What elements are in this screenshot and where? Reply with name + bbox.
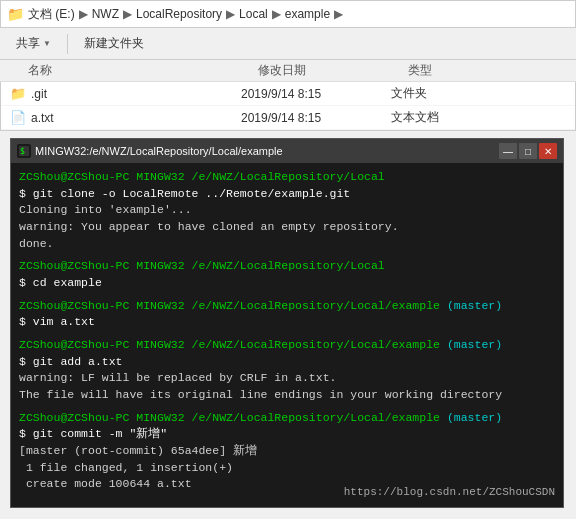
folder-icon: 📁 [9,86,27,102]
terminal-output-2: warning: You appear to have cloned an em… [19,219,555,236]
terminal-command-1: $ git clone -o LocalRemote ../Remote/exa… [19,186,555,203]
terminal-command-4: $ git add a.txt [19,354,555,371]
column-type: 类型 [408,62,508,79]
terminal-title-text: MINGW32:/e/NWZ/LocalRepository/Local/exa… [35,145,283,157]
new-folder-label: 新建文件夹 [84,35,144,52]
terminal-output-4: warning: LF will be replaced by CRLF in … [19,370,555,387]
address-bar: 📁 文档 (E:) ▶ NWZ ▶ LocalRepository ▶ Loca… [0,0,576,28]
terminal-content[interactable]: ZCShou@ZCShou-PC MINGW32 /e/NWZ/LocalRep… [11,163,563,507]
terminal-title: $ MINGW32:/e/NWZ/LocalRepository/Local/e… [17,144,283,158]
breadcrumb-part-2[interactable]: NWZ [92,7,119,21]
file-name-text: a.txt [31,111,54,125]
file-list-header: 名称 修改日期 类型 [0,60,576,82]
toolbar: 共享 ▼ 新建文件夹 [0,28,576,60]
table-row[interactable]: 📁 .git 2019/9/14 8:15 文件夹 [1,82,575,106]
share-dropdown-arrow: ▼ [43,39,51,48]
minimize-button[interactable]: — [499,143,517,159]
breadcrumb-sep-5: ▶ [334,7,343,21]
new-folder-button[interactable]: 新建文件夹 [76,31,152,56]
share-label: 共享 [16,35,40,52]
breadcrumb-sep-2: ▶ [123,7,132,21]
file-type: 文本文档 [391,109,491,126]
file-list: 📁 .git 2019/9/14 8:15 文件夹 📄 a.txt 2019/9… [0,82,576,131]
column-name: 名称 [8,62,258,79]
toolbar-divider [67,34,68,54]
folder-icon: 📁 [7,6,24,22]
explorer-window: 📁 文档 (E:) ▶ NWZ ▶ LocalRepository ▶ Loca… [0,0,576,131]
file-icon: 📄 [9,110,27,126]
svg-text:$: $ [20,147,25,156]
watermark: https://blog.csdn.net/ZCShouCSDN [344,485,555,501]
terminal-output-3: done. [19,236,555,253]
table-row[interactable]: 📄 a.txt 2019/9/14 8:15 文本文档 [1,106,575,130]
terminal-output-6: [master (root-commit) 65a4dee] 新增 [19,443,555,460]
terminal-command-3: $ vim a.txt [19,314,555,331]
terminal-output-1: Cloning into 'example'... [19,202,555,219]
file-type: 文件夹 [391,85,491,102]
terminal-prompt-5: ZCShou@ZCShou-PC MINGW32 /e/NWZ/LocalRep… [19,410,555,427]
breadcrumb-part-3[interactable]: LocalRepository [136,7,222,21]
breadcrumb-part-4[interactable]: Local [239,7,268,21]
breadcrumb-sep-3: ▶ [226,7,235,21]
breadcrumb-part-1[interactable]: 文档 (E:) [28,6,75,23]
column-date: 修改日期 [258,62,408,79]
terminal-output-5: The file will have its original line end… [19,387,555,404]
file-date: 2019/9/14 8:15 [241,87,391,101]
terminal-titlebar: $ MINGW32:/e/NWZ/LocalRepository/Local/e… [11,139,563,163]
terminal-command-2: $ cd example [19,275,555,292]
terminal-output-7: 1 file changed, 1 insertion(+) [19,460,555,477]
close-button[interactable]: ✕ [539,143,557,159]
terminal-command-5: $ git commit -m "新增" [19,426,555,443]
terminal-prompt-3: ZCShou@ZCShou-PC MINGW32 /e/NWZ/LocalRep… [19,298,555,315]
maximize-button[interactable]: □ [519,143,537,159]
file-date: 2019/9/14 8:15 [241,111,391,125]
breadcrumb-sep-4: ▶ [272,7,281,21]
share-button[interactable]: 共享 ▼ [8,31,59,56]
terminal-prompt-2: ZCShou@ZCShou-PC MINGW32 /e/NWZ/LocalRep… [19,258,555,275]
breadcrumb-part-5[interactable]: example [285,7,330,21]
breadcrumb-sep-1: ▶ [79,7,88,21]
file-name-text: .git [31,87,47,101]
terminal-prompt-1: ZCShou@ZCShou-PC MINGW32 /e/NWZ/LocalRep… [19,169,555,186]
terminal-controls: — □ ✕ [499,143,557,159]
terminal-window: $ MINGW32:/e/NWZ/LocalRepository/Local/e… [10,138,564,508]
terminal-prompt-4: ZCShou@ZCShou-PC MINGW32 /e/NWZ/LocalRep… [19,337,555,354]
terminal-icon: $ [17,144,31,158]
